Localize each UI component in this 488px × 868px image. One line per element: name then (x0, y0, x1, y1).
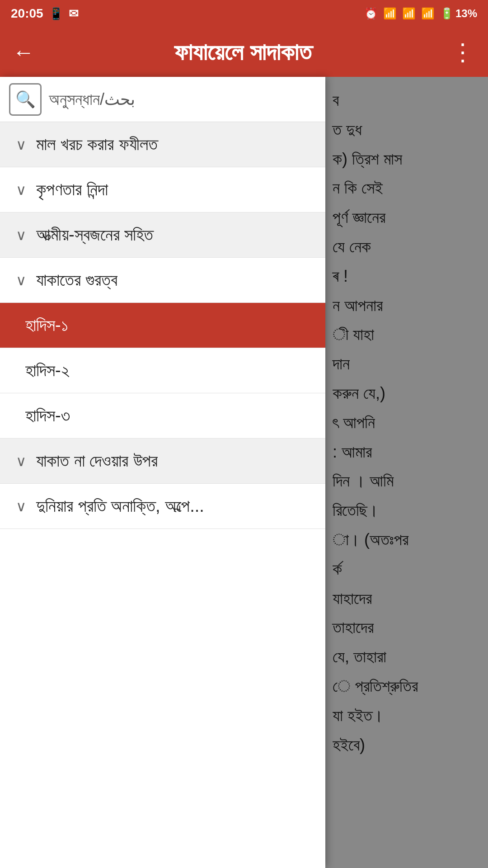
chevron-icon-kuponta: ∨ (13, 181, 29, 198)
menu-label-hadis-1: হাদিস-১ (25, 314, 69, 336)
content-line: া। (অতঃপর (333, 525, 481, 555)
alarm-icon: ⏰ (364, 7, 378, 20)
menu-item-kuponta[interactable]: ∨কৃপণতার নিন্দা (0, 167, 325, 212)
search-bar[interactable]: 🔍 অনুসন্ধান/بحث (0, 77, 325, 122)
content-line: পূর্ণ জ্ঞানের (333, 203, 481, 232)
menu-label-atmio: আত্মীয়-স্বজনের সহিত (36, 224, 153, 246)
signal1-icon: 📶 (402, 7, 416, 20)
search-label: অনুসন্ধান/بحث (49, 90, 135, 109)
content-line: করুন যে,) (333, 379, 481, 408)
status-bar-left: 20:05 📱 ✉ (11, 6, 79, 21)
menu-list: ∨মাল খরচ করার ফযীলত∨কৃপণতার নিন্দা∨আত্মী… (0, 122, 325, 529)
content-line: ী যাহা (333, 320, 481, 349)
main-layout: বত দুধক) ত্রিশ মাসন কি সেইপূর্ণ জ্ঞানেরয… (0, 77, 488, 868)
page-title: ফাযায়েলে সাদাকাত (174, 38, 311, 66)
signal2-icon: 📶 (421, 7, 435, 20)
wifi-icon: 📶 (383, 7, 397, 20)
content-line: যা হইত। (333, 701, 481, 731)
menu-label-hadis-2: হাদিস-২ (25, 359, 69, 382)
sidebar-drawer: 🔍 অনুসন্ধান/بحث ∨মাল খরচ করার ফযীলত∨কৃপণ… (0, 77, 325, 868)
search-icon: 🔍 (15, 90, 36, 109)
imo-icon: 📱 (49, 7, 63, 21)
status-bar: 20:05 📱 ✉ ⏰ 📶 📶 📶 🔋13% (0, 0, 488, 27)
menu-label-hadis-3: হাদিস-৩ (25, 405, 70, 427)
menu-label-jakaater-gurutto: যাকাতের গুরত্ব (36, 269, 117, 291)
menu-label-duniya: দুনিয়ার প্রতি অনাক্তি, অল্পে... (36, 495, 204, 517)
content-pane: বত দুধক) ত্রিশ মাসন কি সেইপূর্ণ জ্ঞানেরয… (325, 77, 488, 868)
content-line: ব (333, 86, 481, 115)
menu-label-kuponta: কৃপণতার নিন্দা (36, 179, 108, 201)
app-bar: ← ফাযায়েলে সাদাকাত ⋮ (0, 27, 488, 77)
menu-item-jaakat-na[interactable]: ∨যাকাত না দেওয়ার উপর (0, 439, 325, 484)
menu-item-atmio[interactable]: ∨আত্মীয়-স্বজনের সহিত (0, 212, 325, 258)
menu-label-jaakat-na: যাকাত না দেওয়ার উপর (36, 450, 158, 472)
chevron-icon-atmio: ∨ (13, 226, 29, 244)
content-line: ত দুধ (333, 115, 481, 145)
content-line: যাহাদের (333, 584, 481, 613)
chevron-icon-jaakat-na: ∨ (13, 453, 29, 470)
chevron-icon-jakaater-gurutto: ∨ (13, 272, 29, 289)
search-icon-box: 🔍 (9, 83, 42, 116)
battery-level: 13% (455, 7, 477, 20)
content-line: : আমার (333, 438, 481, 467)
status-bar-right: ⏰ 📶 📶 📶 🔋13% (364, 7, 477, 20)
content-line: ন আপনার (333, 291, 481, 321)
menu-item-hadis-1[interactable]: হাদিস-১ (0, 303, 325, 348)
chevron-icon-mal-khoroch: ∨ (13, 136, 29, 153)
menu-item-jakaater-gurutto[interactable]: ∨যাকাতের গুরত্ব (0, 258, 325, 303)
content-line: ন কি সেই (333, 174, 481, 203)
chevron-icon-duniya: ∨ (13, 498, 29, 515)
more-options-button[interactable]: ⋮ (451, 38, 475, 66)
content-line: দান (333, 349, 481, 379)
content-line: দিন । আমি (333, 467, 481, 496)
content-line: ে প্রতিশ্রুতির (333, 672, 481, 701)
menu-item-mal-khoroch[interactable]: ∨মাল খরচ করার ফযীলত (0, 122, 325, 167)
content-line: রিতেছি। (333, 496, 481, 525)
content-line: যে, তাহারা (333, 642, 481, 672)
content-line: ৰ ! (333, 262, 481, 291)
content-line: যে নেক (333, 232, 481, 262)
battery-icon: 🔋13% (440, 7, 477, 20)
content-line: হইবে) (333, 731, 481, 760)
content-line: তাহাদের (333, 613, 481, 642)
menu-label-mal-khoroch: মাল খরচ করার ফযীলত (36, 133, 158, 156)
menu-item-duniya[interactable]: ∨দুনিয়ার প্রতি অনাক্তি, অল্পে... (0, 484, 325, 529)
back-button[interactable]: ← (13, 40, 34, 65)
content-text: বত দুধক) ত্রিশ মাসন কি সেইপূর্ণ জ্ঞানেরয… (333, 86, 481, 760)
menu-item-hadis-3[interactable]: হাদিস-৩ (0, 393, 325, 439)
content-line: ৎ আপনি (333, 408, 481, 438)
menu-item-hadis-2[interactable]: হাদিস-২ (0, 348, 325, 393)
content-line: র্ক (333, 555, 481, 584)
gmail-icon: ✉ (69, 7, 79, 21)
content-line: ক) ত্রিশ মাস (333, 145, 481, 174)
status-time: 20:05 (11, 6, 43, 21)
